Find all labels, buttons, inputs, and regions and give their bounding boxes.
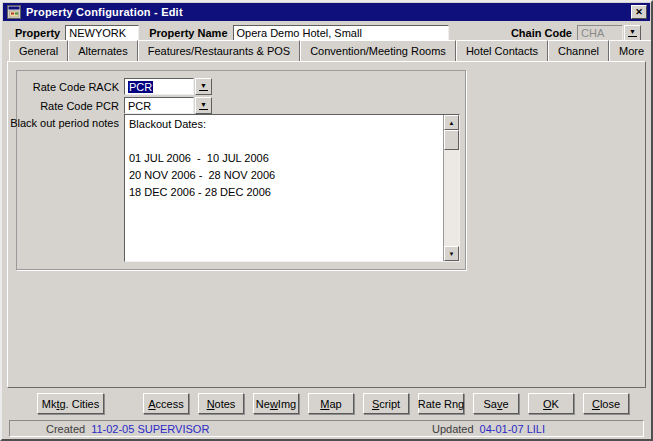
footer-button-row: Access Notes New Img Map Script Rate Rng… [143, 393, 629, 414]
save-button[interactable]: Save [473, 393, 519, 414]
fit-contracts-groupbox: Rate Code RACK PCR ▼ Rate Code PCR PCR ▼… [16, 70, 466, 270]
created-value: 11-02-05 SUPERVISOR [91, 423, 209, 435]
window-form-icon [7, 5, 21, 19]
blackout-notes-label: Black out period notes [10, 117, 119, 129]
rate-code-pcr-combo: PCR ▼ [124, 97, 212, 114]
created-label: Created [46, 423, 85, 435]
tab-more[interactable]: More [609, 40, 653, 61]
window-title: Property Configuration - Edit [26, 6, 183, 18]
mktg-cities-button[interactable]: Mktg. Cities [37, 393, 104, 414]
tab-channel[interactable]: Channel [548, 40, 609, 61]
scroll-down-icon: ▼ [449, 251, 455, 257]
rate-code-pcr-label: Rate Code PCR [40, 100, 119, 112]
access-button[interactable]: Access [143, 393, 189, 414]
rate-code-rack-dropdown-button[interactable]: ▼ [195, 78, 212, 95]
updated-label: Updated [432, 423, 474, 435]
new-img-button[interactable]: New Img [253, 393, 299, 414]
notes-vertical-scrollbar[interactable]: ▲ ▼ [443, 115, 459, 261]
dropdown-arrow-icon: ▼ [199, 102, 208, 110]
rate-code-pcr-dropdown-button[interactable]: ▼ [195, 97, 212, 114]
scroll-up-button[interactable]: ▲ [444, 115, 459, 130]
property-configuration-window: Property Configuration - Edit ✕ Property… [0, 0, 653, 441]
tab-features-restaurants-pos[interactable]: Features/Restaurants & POS [138, 40, 300, 61]
ok-button[interactable]: OK [528, 393, 574, 414]
updated-status: Updated 04-01-07 LILI [432, 423, 545, 435]
rate-code-rack-label: Rate Code RACK [33, 81, 119, 93]
rate-code-rack-combo: PCR ▼ [124, 78, 212, 95]
blackout-notes-text[interactable]: Blackout Dates: 01 JUL 2006 - 10 JUL 200… [125, 115, 443, 261]
rate-code-rack-input[interactable]: PCR [124, 78, 194, 95]
status-bar: Created 11-02-05 SUPERVISOR Updated 04-0… [9, 420, 644, 437]
rate-rng-button[interactable]: Rate Rng [418, 393, 464, 414]
blackout-notes-field[interactable]: Blackout Dates: 01 JUL 2006 - 10 JUL 200… [124, 114, 460, 262]
rate-code-rack-selected-text: PCR [128, 81, 153, 93]
close-button-footer[interactable]: Close [583, 393, 629, 414]
property-name-label: Property Name [149, 27, 227, 39]
dropdown-arrow-icon: ▼ [628, 29, 637, 37]
map-button[interactable]: Map [308, 393, 354, 414]
script-button[interactable]: Script [363, 393, 409, 414]
tab-convention-meeting-rooms[interactable]: Convention/Meeting Rooms [300, 40, 456, 61]
chain-code-label: Chain Code [511, 27, 572, 39]
updated-value: 04-01-07 LILI [480, 423, 545, 435]
scrollbar-thumb[interactable] [444, 130, 459, 150]
property-label: Property [15, 27, 60, 39]
tab-bar: General Alternates Features/Restaurants … [9, 39, 653, 62]
tab-general[interactable]: General [9, 40, 68, 61]
tab-alternates[interactable]: Alternates [68, 40, 138, 61]
rate-code-pcr-input[interactable]: PCR [124, 97, 194, 114]
scroll-up-icon: ▲ [449, 120, 455, 126]
titlebar[interactable]: Property Configuration - Edit ✕ [3, 3, 650, 21]
created-status: Created 11-02-05 SUPERVISOR [46, 423, 209, 435]
fit-contracts-tab-page: Rate Code RACK PCR ▼ Rate Code PCR PCR ▼… [7, 61, 646, 388]
close-button[interactable]: ✕ [631, 5, 647, 19]
notes-button[interactable]: Notes [198, 393, 244, 414]
dropdown-arrow-icon: ▼ [199, 83, 208, 91]
scroll-down-button[interactable]: ▼ [444, 246, 459, 261]
tab-hotel-contacts[interactable]: Hotel Contacts [456, 40, 548, 61]
